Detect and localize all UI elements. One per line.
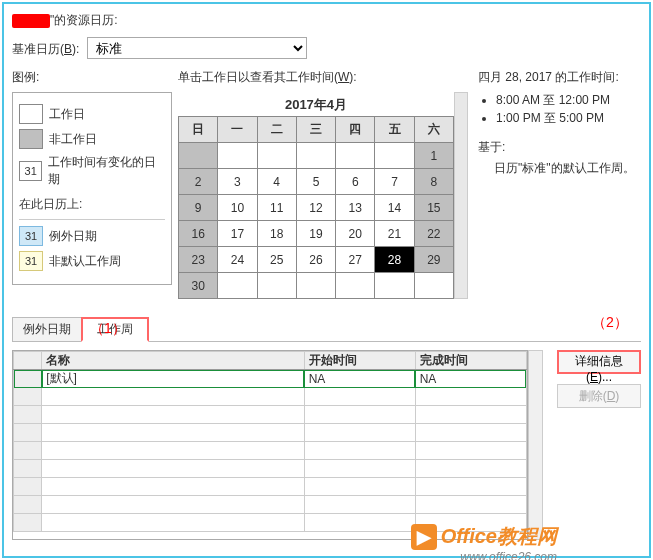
calendar-dow: 四: [336, 117, 375, 143]
calendar-day[interactable]: [336, 143, 375, 169]
calendar-day[interactable]: [375, 273, 414, 299]
calendar-day[interactable]: 27: [336, 247, 375, 273]
calendar-day[interactable]: 22: [414, 221, 453, 247]
calendar-day[interactable]: 10: [218, 195, 257, 221]
grid-scrollbar[interactable]: [528, 350, 543, 540]
calendar-day[interactable]: [414, 273, 453, 299]
grid-cell[interactable]: [304, 496, 415, 514]
calendar-day[interactable]: [218, 143, 257, 169]
grid-cell[interactable]: [304, 388, 415, 406]
tab-workweeks[interactable]: 工作周: [81, 317, 149, 342]
calendar-day[interactable]: 13: [336, 195, 375, 221]
calendar-dow: 日: [179, 117, 218, 143]
calendar-day[interactable]: 18: [257, 221, 296, 247]
calendar-day[interactable]: 26: [296, 247, 335, 273]
base-calendar-select[interactable]: 标准: [87, 37, 307, 59]
tab-exceptions[interactable]: 例外日期: [12, 317, 82, 341]
grid-cell[interactable]: [304, 442, 415, 460]
calendar-day[interactable]: 12: [296, 195, 335, 221]
grid-cell[interactable]: [304, 406, 415, 424]
row-header[interactable]: [14, 388, 42, 406]
calendar-day[interactable]: 23: [179, 247, 218, 273]
calendar-day[interactable]: 2: [179, 169, 218, 195]
calendar-day[interactable]: [179, 143, 218, 169]
calendar-day[interactable]: [257, 143, 296, 169]
calendar-day[interactable]: 1: [414, 143, 453, 169]
grid-cell[interactable]: [415, 388, 526, 406]
col-name[interactable]: 名称: [42, 352, 304, 370]
calendar-day[interactable]: 15: [414, 195, 453, 221]
grid-cell[interactable]: [415, 424, 526, 442]
calendar-day[interactable]: [257, 273, 296, 299]
base-calendar-label: 基准日历(B):: [12, 42, 79, 56]
grid-cell[interactable]: [415, 406, 526, 424]
legend-label: 非默认工作周: [49, 253, 121, 270]
based-on-text: 日历"标准"的默认工作周。: [478, 160, 641, 177]
calendar-day[interactable]: 21: [375, 221, 414, 247]
legend-label: 工作时间有变化的日期: [48, 154, 165, 188]
grid-cell[interactable]: NA: [304, 370, 415, 388]
row-header[interactable]: [14, 460, 42, 478]
calendar-day[interactable]: 11: [257, 195, 296, 221]
calendar-day[interactable]: [218, 273, 257, 299]
row-header[interactable]: [14, 514, 42, 532]
calendar-day[interactable]: 29: [414, 247, 453, 273]
calendar-day[interactable]: 16: [179, 221, 218, 247]
grid-cell[interactable]: [42, 388, 304, 406]
grid-cell[interactable]: [默认]: [42, 370, 304, 388]
grid-cell[interactable]: [42, 424, 304, 442]
calendar-day[interactable]: 17: [218, 221, 257, 247]
row-header[interactable]: [14, 370, 42, 388]
calendar-day[interactable]: 6: [336, 169, 375, 195]
grid-cell[interactable]: [42, 460, 304, 478]
calendar-day[interactable]: 7: [375, 169, 414, 195]
col-end[interactable]: 完成时间: [415, 352, 526, 370]
grid-cell[interactable]: [304, 514, 415, 532]
worktime-entry: 8:00 AM 至 12:00 PM: [496, 92, 641, 109]
delete-button: 删除(D): [557, 384, 641, 408]
row-header[interactable]: [14, 406, 42, 424]
grid-cell[interactable]: [304, 478, 415, 496]
grid-cell[interactable]: [42, 478, 304, 496]
calendar-day[interactable]: 28: [375, 247, 414, 273]
row-header[interactable]: [14, 478, 42, 496]
calendar-day[interactable]: 25: [257, 247, 296, 273]
calendar-day[interactable]: 4: [257, 169, 296, 195]
grid-cell[interactable]: [42, 406, 304, 424]
workweek-grid[interactable]: 名称 开始时间 完成时间 [默认]NANA: [12, 350, 528, 540]
calendar-day[interactable]: 14: [375, 195, 414, 221]
grid-cell[interactable]: [415, 496, 526, 514]
calendar-scrollbar[interactable]: [454, 92, 468, 299]
grid-cell[interactable]: [415, 478, 526, 496]
grid-cell[interactable]: [415, 514, 526, 532]
calendar-day[interactable]: 9: [179, 195, 218, 221]
grid-cell[interactable]: [304, 460, 415, 478]
calendar-day[interactable]: [375, 143, 414, 169]
calendar-day[interactable]: 20: [336, 221, 375, 247]
grid-cell[interactable]: [415, 442, 526, 460]
calendar-day[interactable]: 5: [296, 169, 335, 195]
row-header[interactable]: [14, 496, 42, 514]
watermark-url: www.office26.com: [460, 550, 557, 560]
calendar-day[interactable]: 24: [218, 247, 257, 273]
row-header[interactable]: [14, 424, 42, 442]
calendar-day[interactable]: 3: [218, 169, 257, 195]
calendar-day[interactable]: 19: [296, 221, 335, 247]
grid-cell[interactable]: [42, 514, 304, 532]
calendar-day[interactable]: 8: [414, 169, 453, 195]
row-header[interactable]: [14, 442, 42, 460]
grid-cell[interactable]: [42, 442, 304, 460]
calendar-day[interactable]: [336, 273, 375, 299]
calendar-day[interactable]: 30: [179, 273, 218, 299]
grid-cell[interactable]: [42, 496, 304, 514]
grid-corner: [14, 352, 42, 370]
col-start[interactable]: 开始时间: [304, 352, 415, 370]
grid-cell[interactable]: [304, 424, 415, 442]
grid-cell[interactable]: NA: [415, 370, 526, 388]
grid-cell[interactable]: [415, 460, 526, 478]
swatch-nondefault-week: 31: [19, 251, 43, 271]
details-button[interactable]: 详细信息(E)...: [557, 350, 641, 374]
calendar-day[interactable]: [296, 143, 335, 169]
calendar-day[interactable]: [296, 273, 335, 299]
calendar-grid[interactable]: 日一二三四五六 12345678910111213141516171819202…: [178, 116, 454, 299]
